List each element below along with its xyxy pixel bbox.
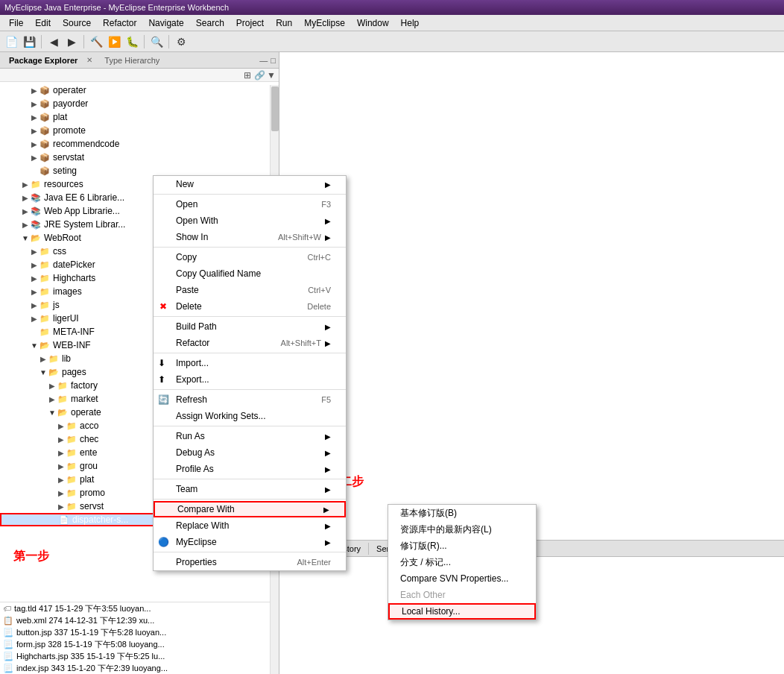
panel-minimize-btn[interactable]: — xyxy=(259,56,268,65)
file-row[interactable]: 📋 web.xml 274 14-12-31 下午12:39 xu... xyxy=(0,614,279,626)
cm-sep xyxy=(154,247,346,248)
toolbar-run-btn[interactable]: ▶️ xyxy=(106,34,122,50)
title-bar-text: MyEclipse Java Enterprise - MyEclipse En… xyxy=(4,3,229,12)
menu-navigate[interactable]: Navigate xyxy=(142,16,189,30)
cm-replace-with[interactable]: Replace With ▶ xyxy=(154,517,346,534)
cm-myeclipse[interactable]: 🔵 MyEclipse ▶ xyxy=(154,534,346,550)
panel-maximize-btn[interactable]: □ xyxy=(271,56,276,65)
menu-file[interactable]: File xyxy=(3,16,29,30)
cm-debug-as[interactable]: Debug As ▶ xyxy=(154,444,346,461)
cm-refactor[interactable]: Refactor Alt+Shift+T ▶ xyxy=(154,335,346,351)
cm-refresh[interactable]: 🔄 Refresh F5 xyxy=(154,391,346,408)
tree-item[interactable]: ▶ 📦 operater xyxy=(0,84,270,97)
tree-item[interactable]: ▶ 📦 servstat xyxy=(0,151,270,164)
panel-menu-btn[interactable]: ▼ xyxy=(265,69,277,81)
xml-icon: 📋 xyxy=(3,616,13,626)
cm-new[interactable]: New ▶ xyxy=(154,176,346,192)
sm-each-other[interactable]: Each Other xyxy=(388,587,536,603)
menu-project[interactable]: Project xyxy=(230,16,270,30)
file-icon: 🏷 xyxy=(3,604,11,613)
folder-icon: 📁 xyxy=(39,259,51,271)
jsp-icon: 📃 xyxy=(3,652,13,661)
cm-export[interactable]: ⬆ Export... xyxy=(154,371,346,388)
cm-copy[interactable]: Copy Ctrl+C xyxy=(154,249,346,265)
toolbar-new-btn[interactable]: 📄 xyxy=(3,34,19,50)
menu-source[interactable]: Source xyxy=(57,16,97,30)
folder-icon: 📁 xyxy=(66,447,78,459)
jsp-icon: 📃 xyxy=(3,664,13,673)
cm-show-in[interactable]: Show In Alt+Shift+W ▶ xyxy=(154,229,346,245)
menu-window[interactable]: Window xyxy=(351,16,395,30)
cm-import[interactable]: ⬇ Import... xyxy=(154,355,346,371)
sm-branch-tag[interactable]: 分支 / 标记... xyxy=(388,554,536,570)
sm-base-revision[interactable]: 基本修订版(B) xyxy=(388,505,536,521)
file-row[interactable]: 📃 Highcharts.jsp 335 15-1-19 下午5:25 lu..… xyxy=(0,650,279,662)
folder-icon: 📁 xyxy=(39,299,51,311)
myeclipse-icon: 🔵 xyxy=(158,537,169,547)
collapse-all-btn[interactable]: ⊞ xyxy=(241,69,253,81)
cm-team[interactable]: Team ▶ xyxy=(154,481,346,497)
tree-item[interactable]: ▶ 📦 promote xyxy=(0,124,270,137)
folder-icon: 📁 xyxy=(66,473,78,485)
toolbar-save-btn[interactable]: 💾 xyxy=(21,34,37,50)
folder-icon: 📁 xyxy=(66,420,78,432)
import-icon: ⬇ xyxy=(158,358,165,368)
toolbar-build-btn[interactable]: 🔨 xyxy=(88,34,104,50)
annotation-step1: 第一步 xyxy=(13,549,49,564)
file-row[interactable]: 🏷 tag.tld 417 15-1-29 下午3:55 luoyan... xyxy=(0,602,279,614)
toolbar: 📄 💾 ◀ ▶ 🔨 ▶️ 🐛 🔍 ⚙ xyxy=(0,31,784,52)
lib-icon: 📚 xyxy=(30,192,42,204)
sm-revision[interactable]: 修订版(R)... xyxy=(388,538,536,554)
menu-run[interactable]: Run xyxy=(270,16,298,30)
folder-icon: 📁 xyxy=(39,312,51,324)
cm-sep xyxy=(154,194,346,195)
pkg-icon: 📦 xyxy=(39,125,51,136)
toolbar-sep4 xyxy=(168,35,169,48)
menu-edit[interactable]: Edit xyxy=(29,16,57,30)
toolbar-fwd-btn[interactable]: ▶ xyxy=(63,34,80,50)
sm-local-history[interactable]: Local History... xyxy=(388,603,536,620)
tab-type-hierarchy[interactable]: Type Hierarchy xyxy=(98,54,165,66)
cm-sep xyxy=(154,316,346,317)
tree-item[interactable]: ▶ 📦 recommendcode xyxy=(0,137,270,151)
menu-search[interactable]: Search xyxy=(190,16,230,30)
cm-delete[interactable]: ✖ Delete Delete xyxy=(154,298,346,315)
cm-build-path[interactable]: Build Path ▶ xyxy=(154,318,346,335)
tab-package-explorer[interactable]: Package Explorer xyxy=(3,54,83,66)
menu-myeclipse[interactable]: MyEclipse xyxy=(298,16,351,30)
folder-icon: 📂 xyxy=(48,366,60,378)
cm-open[interactable]: Open F3 xyxy=(154,196,346,212)
cm-sep xyxy=(154,353,346,353)
cm-compare-with[interactable]: Compare With ▶ xyxy=(154,501,346,517)
file-row[interactable]: 📃 button.jsp 337 15-1-19 下午5:28 luoyan..… xyxy=(0,626,279,638)
folder-icon: 📁 xyxy=(30,178,42,190)
toolbar-back-btn[interactable]: ◀ xyxy=(45,34,62,50)
menu-help[interactable]: Help xyxy=(395,16,426,30)
folder-icon: 📁 xyxy=(39,245,51,257)
sm-compare-svn-props[interactable]: Compare SVN Properties... xyxy=(388,570,536,587)
cm-sep xyxy=(154,479,346,479)
folder-icon: 📂 xyxy=(39,339,51,351)
refresh-icon: 🔄 xyxy=(158,394,169,405)
toolbar-debug-btn[interactable]: 🐛 xyxy=(124,34,140,50)
cm-assign-working-sets[interactable]: Assign Working Sets... xyxy=(154,408,346,424)
cm-sep xyxy=(154,389,346,390)
cm-copy-qualified[interactable]: Copy Qualified Name xyxy=(154,265,346,282)
menu-refactor[interactable]: Refactor xyxy=(97,16,142,30)
cm-run-as[interactable]: Run As ▶ xyxy=(154,428,346,444)
sm-latest-from-repo[interactable]: 资源库中的最新内容(L) xyxy=(388,521,536,538)
file-row[interactable]: 📃 index.jsp 343 15-1-20 下午2:39 luoyang..… xyxy=(0,662,279,674)
delete-icon: ✖ xyxy=(159,301,167,312)
cm-properties[interactable]: Properties Alt+Enter xyxy=(154,554,346,570)
toolbar-search-btn[interactable]: 🔍 xyxy=(148,34,165,50)
link-editor-btn[interactable]: 🔗 xyxy=(253,69,265,81)
file-row[interactable]: 📃 form.jsp 328 15-1-19 下午5:08 luoyang... xyxy=(0,638,279,650)
toolbar-pref-btn[interactable]: ⚙ xyxy=(173,34,189,50)
cm-open-with[interactable]: Open With ▶ xyxy=(154,212,346,229)
cm-paste[interactable]: Paste Ctrl+V xyxy=(154,282,346,298)
toolbar-sep3 xyxy=(144,35,145,48)
folder-icon: 📁 xyxy=(66,487,78,499)
tree-item[interactable]: ▶ 📦 payorder xyxy=(0,97,270,110)
cm-profile-as[interactable]: Profile As ▶ xyxy=(154,461,346,477)
tree-item[interactable]: ▶ 📦 plat xyxy=(0,110,270,124)
